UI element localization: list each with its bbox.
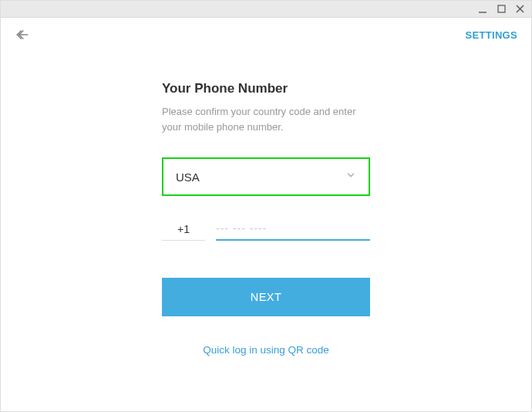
svg-rect-1 bbox=[498, 5, 505, 12]
next-button[interactable]: NEXT bbox=[162, 278, 370, 316]
close-button[interactable] bbox=[514, 4, 525, 15]
country-select[interactable]: USA bbox=[162, 157, 370, 196]
page-title: Your Phone Number bbox=[162, 81, 370, 96]
country-value: USA bbox=[176, 171, 200, 184]
phone-number-input[interactable] bbox=[216, 218, 370, 241]
minimize-button[interactable] bbox=[477, 4, 488, 15]
settings-link[interactable]: SETTINGS bbox=[466, 29, 517, 41]
maximize-button[interactable] bbox=[496, 4, 507, 15]
qr-login-link[interactable]: Quick log in using QR code bbox=[162, 344, 370, 356]
window-titlebar bbox=[1, 1, 531, 18]
chevron-down-icon bbox=[345, 170, 356, 184]
country-code-input[interactable] bbox=[162, 218, 205, 241]
phone-row bbox=[162, 218, 370, 241]
back-button[interactable] bbox=[15, 27, 30, 42]
app-header: SETTINGS bbox=[1, 18, 531, 52]
main-content: Your Phone Number Please confirm your co… bbox=[162, 52, 370, 356]
page-subtitle: Please confirm your country code and ent… bbox=[162, 104, 370, 134]
